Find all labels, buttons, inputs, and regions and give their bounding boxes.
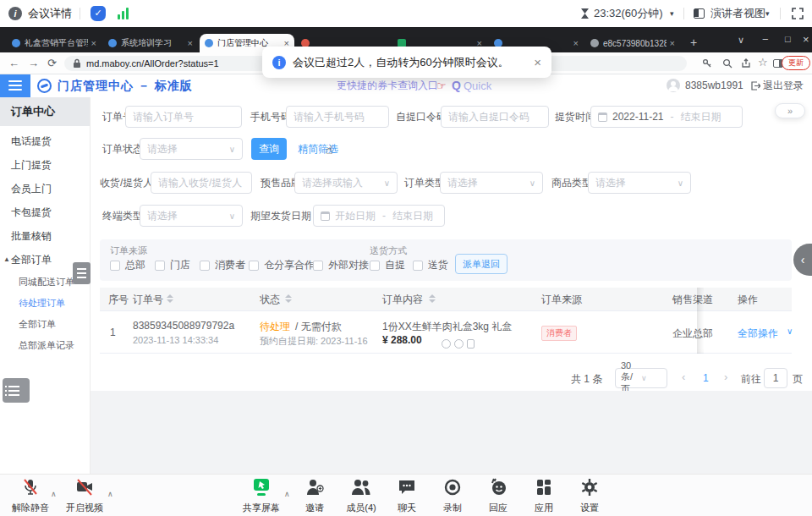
terminal-type-select[interactable]: 请选择 ∨ [140, 205, 243, 227]
sort-icon[interactable] [429, 294, 436, 303]
receiver-input[interactable] [151, 172, 252, 194]
share-options-caret[interactable]: ∧ [284, 490, 290, 498]
page-size-select[interactable]: 30条/页 ∨ [615, 368, 667, 388]
checkbox-source-hq[interactable]: 总部 [110, 258, 145, 272]
timer-caret-icon[interactable]: ▾ [670, 0, 674, 27]
forward-button[interactable]: → [28, 52, 39, 74]
share-screen-button[interactable]: 共享屏幕 [239, 478, 284, 514]
order-table-row[interactable]: 1 83859345088979792a 2023-11-13 14:33:34… [100, 311, 792, 354]
sidebar-item-card-pickup[interactable]: 卡包提货 [0, 200, 90, 224]
checkbox-delivery-pickup[interactable]: 自提 [370, 258, 405, 272]
browser-tab-7[interactable]: e8c573980b1328a258fd2e6 × [585, 34, 680, 52]
browser-update-button[interactable]: 更新 [782, 56, 810, 70]
checkbox-source-consumer[interactable]: 消费者 [200, 258, 245, 272]
sidebar-item-door-pickup[interactable]: 上门提货 [0, 153, 90, 177]
checkbox-delivery-deliver[interactable]: 送货 [413, 258, 448, 272]
info-icon[interactable]: i [8, 7, 22, 20]
window-minimize-button[interactable]: − [762, 33, 769, 46]
reaction-button[interactable]: 回应 [475, 478, 521, 514]
zoom-icon[interactable] [722, 58, 732, 69]
checkbox[interactable] [370, 261, 380, 271]
meeting-detail-label[interactable]: 会议详情 [28, 0, 72, 27]
fullscreen-icon[interactable] [792, 8, 804, 19]
pickup-date-range[interactable]: 2022-11-21 - 结束日期 [590, 106, 743, 128]
members-button[interactable]: 成员(4) [338, 478, 384, 514]
shield-check-icon[interactable]: ✓ [91, 6, 106, 21]
window-close-button[interactable]: × [803, 33, 809, 46]
action-caret-icon[interactable]: ∨ [787, 327, 793, 336]
quick-label[interactable]: Quick [464, 74, 491, 97]
apps-button[interactable]: 应用 [521, 478, 567, 514]
sidebar-subitem-pending-orders[interactable]: 待处理订单 [0, 293, 90, 314]
checkbox[interactable] [200, 261, 210, 271]
view-mode-label[interactable]: 演讲者视图 [710, 0, 765, 27]
pickup-end-placeholder[interactable]: 结束日期 [681, 110, 721, 124]
chat-button[interactable]: 聊天 [384, 478, 430, 514]
tab-close-icon[interactable]: × [670, 38, 675, 48]
floating-list-button[interactable] [3, 378, 30, 403]
invite-button[interactable]: 邀请 [292, 478, 337, 514]
browser-tab-2[interactable]: 系统培训学习 × [103, 34, 198, 52]
view-caret-icon[interactable]: ▾ [765, 0, 770, 27]
sidebar-item-batch-verify[interactable]: 批量核销 [0, 224, 90, 248]
sidebar-collapse-handle[interactable] [73, 262, 91, 284]
goods-type-select[interactable]: 请选择 ∨ [588, 172, 691, 194]
search-button[interactable]: 查询 [251, 138, 287, 160]
key-icon[interactable] [702, 58, 712, 69]
ship-end-placeholder[interactable]: 结束日期 [392, 209, 433, 223]
goto-page-input[interactable] [764, 368, 787, 388]
filter-expand-button[interactable]: » [775, 103, 805, 118]
logout-button[interactable]: 退出登录 [763, 74, 804, 97]
ship-date-range[interactable]: 开始日期 - 结束日期 [313, 205, 445, 227]
phone-input[interactable] [286, 106, 389, 128]
sidebar-subitem-all-orders[interactable]: 全部订单 [0, 314, 90, 335]
col-content[interactable]: 订单内容 [382, 288, 423, 311]
prev-page-button[interactable]: ‹ [682, 371, 685, 383]
window-maximize-button[interactable]: □ [785, 34, 791, 44]
user-avatar[interactable] [667, 79, 680, 92]
checkbox[interactable] [313, 261, 323, 271]
new-tab-button[interactable]: + [690, 36, 697, 49]
pickup-start-value[interactable]: 2022-11-21 [612, 111, 664, 123]
checkbox-source-store[interactable]: 门店 [155, 258, 190, 272]
order-no-input[interactable] [125, 106, 242, 128]
tab-search-icon[interactable]: ∨ [738, 35, 744, 46]
tab-close-icon[interactable]: × [91, 38, 96, 48]
share-icon[interactable] [741, 58, 751, 69]
order-status-select[interactable]: 请选择 ∨ [140, 138, 243, 160]
dispatch-return-button[interactable]: 派单退回 [455, 254, 508, 274]
bookmark-star-icon[interactable]: ☆ [758, 56, 768, 69]
checkbox-source-warehouse[interactable]: 仓分享合作 [249, 258, 315, 272]
tab-close-icon[interactable]: × [188, 38, 193, 48]
col-status[interactable]: 状态 [260, 288, 280, 311]
video-options-caret[interactable]: ∧ [107, 490, 113, 498]
mute-options-caret[interactable]: ∧ [51, 490, 57, 498]
notification-close-icon[interactable]: × [534, 55, 541, 69]
checkbox[interactable] [413, 261, 423, 271]
order-type-select[interactable]: 请选择 ∨ [440, 172, 543, 194]
current-page[interactable]: 1 [703, 372, 709, 384]
reload-button[interactable]: ⟳ [47, 52, 57, 74]
ship-start-placeholder[interactable]: 开始日期 [335, 209, 376, 223]
video-button[interactable]: 开启视频 [62, 478, 107, 514]
settings-button[interactable]: 设置 [567, 478, 612, 514]
checkbox[interactable] [249, 261, 259, 271]
record-button[interactable]: 录制 [430, 478, 475, 514]
sidebar-item-phone-pickup[interactable]: 电话提货 [0, 129, 90, 153]
mute-button[interactable]: 解除静音 [8, 478, 53, 514]
pickup-code-input[interactable] [441, 106, 549, 128]
sort-icon[interactable] [167, 294, 173, 303]
row-action-dropdown[interactable]: 全部操作 [738, 327, 778, 341]
coupon-query-link[interactable]: 更快捷的券卡查询入口 [337, 74, 438, 97]
checkbox-source-external[interactable]: 外部对接 [313, 258, 369, 272]
sort-icon[interactable] [285, 294, 292, 303]
tab-close-icon[interactable]: × [573, 38, 579, 48]
checkbox[interactable] [155, 261, 165, 271]
checkbox[interactable] [110, 261, 120, 271]
menu-hamburger-button[interactable] [0, 74, 30, 97]
back-button[interactable]: ← [8, 52, 19, 74]
brand-select[interactable]: 请选择或输入 ∨ [294, 172, 398, 194]
sidebar-item-member-visit[interactable]: 会员上门 [0, 177, 90, 200]
next-page-button[interactable]: › [724, 371, 727, 383]
col-order-no[interactable]: 订单号 [133, 288, 163, 311]
